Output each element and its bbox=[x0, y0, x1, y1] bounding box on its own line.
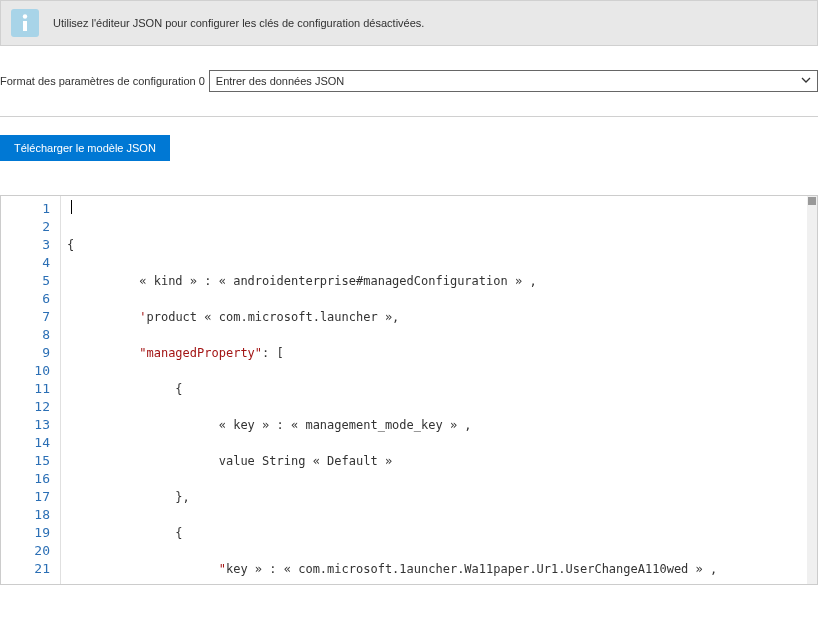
svg-rect-1 bbox=[23, 21, 27, 31]
info-bar: Utilisez l'éditeur JSON pour configurer … bbox=[0, 0, 818, 46]
format-select-value: Entrer des données JSON bbox=[216, 75, 801, 87]
line-number: 8 bbox=[1, 326, 50, 344]
line-number: 15 bbox=[1, 452, 50, 470]
line-number: 6 bbox=[1, 290, 50, 308]
code-line: { bbox=[67, 524, 811, 542]
code-line: « kind » : « androidenterprise#managedCo… bbox=[67, 272, 811, 290]
line-number: 17 bbox=[1, 488, 50, 506]
format-row: Format des paramètres de configuration 0… bbox=[0, 70, 818, 92]
line-number: 20 bbox=[1, 542, 50, 560]
line-number: 11 bbox=[1, 380, 50, 398]
download-json-button[interactable]: Télécharger le modèle JSON bbox=[0, 135, 170, 161]
code-line: { bbox=[67, 236, 811, 254]
json-editor[interactable]: 1 2 3 4 5 6 7 8 9 10 11 12 13 14 15 16 1… bbox=[0, 195, 818, 585]
text-cursor bbox=[71, 200, 72, 214]
line-number: 21 bbox=[1, 560, 50, 578]
code-line: « key » : « management_mode_key » , bbox=[67, 416, 811, 434]
code-line: { bbox=[67, 380, 811, 398]
line-number: 14 bbox=[1, 434, 50, 452]
line-number: 16 bbox=[1, 470, 50, 488]
line-number: 19 bbox=[1, 524, 50, 542]
line-number: 12 bbox=[1, 398, 50, 416]
scrollbar-track[interactable] bbox=[807, 196, 817, 584]
editor-gutter: 1 2 3 4 5 6 7 8 9 10 11 12 13 14 15 16 1… bbox=[1, 196, 61, 584]
line-number: 10 bbox=[1, 362, 50, 380]
format-label: Format des paramètres de configuration 0 bbox=[0, 75, 205, 87]
line-number: 9 bbox=[1, 344, 50, 362]
code-line: 'product « com.microsoft.launcher », bbox=[67, 308, 811, 326]
line-number: 2 bbox=[1, 218, 50, 236]
line-number: 18 bbox=[1, 506, 50, 524]
info-message: Utilisez l'éditeur JSON pour configurer … bbox=[53, 17, 424, 29]
code-line: "managedProperty": [ bbox=[67, 344, 811, 362]
line-number: 3 bbox=[1, 236, 50, 254]
code-line: }, bbox=[67, 488, 811, 506]
scrollbar-thumb[interactable] bbox=[808, 197, 816, 205]
svg-point-0 bbox=[23, 14, 27, 18]
code-line: value String « Default » bbox=[67, 452, 811, 470]
line-number: 4 bbox=[1, 254, 50, 272]
editor-code[interactable]: { « kind » : « androidenterprise#managed… bbox=[61, 196, 817, 584]
chevron-down-icon bbox=[801, 74, 811, 88]
code-line: "key » : « com.microsoft.1auncher.Wa11pa… bbox=[67, 560, 811, 578]
info-icon bbox=[11, 9, 39, 37]
line-number: 7 bbox=[1, 308, 50, 326]
divider bbox=[0, 116, 818, 117]
format-select[interactable]: Entrer des données JSON bbox=[209, 70, 818, 92]
line-number: 5 bbox=[1, 272, 50, 290]
line-number: 1 bbox=[1, 200, 50, 218]
line-number: 13 bbox=[1, 416, 50, 434]
